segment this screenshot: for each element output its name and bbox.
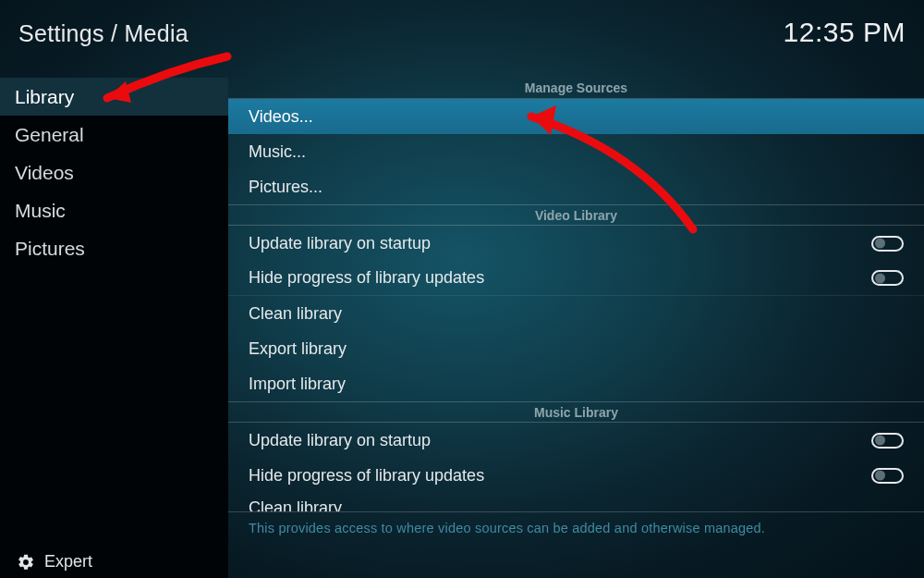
sidebar: Library General Videos Music Pictures Ex… <box>0 78 228 578</box>
header: Settings / Media 12:35 PM <box>0 0 924 78</box>
section-header-video-library: Video Library <box>228 204 924 226</box>
row-label: Update library on startup <box>249 234 871 253</box>
video-export-library[interactable]: Export library <box>228 331 924 366</box>
row-label: Export library <box>249 339 904 359</box>
sidebar-item-videos[interactable]: Videos <box>0 154 228 191</box>
row-label: Clean library <box>249 304 904 324</box>
sidebar-item-general[interactable]: General <box>0 116 228 154</box>
row-label: Clean library <box>249 498 904 511</box>
sidebar-item-pictures[interactable]: Pictures <box>0 229 228 267</box>
toggle-off-icon[interactable] <box>871 270 904 286</box>
content: Manage Sources Videos... Music... Pictur… <box>228 78 924 578</box>
row-label: Music... <box>249 142 904 162</box>
manage-sources-videos[interactable]: Videos... <box>228 99 924 134</box>
row-label: Hide progress of library updates <box>249 268 871 288</box>
row-label: Update library on startup <box>249 431 871 450</box>
section-header-manage-sources: Manage Sources <box>228 78 924 99</box>
row-label: Videos... <box>249 107 904 127</box>
section-header-music-library: Music Library <box>228 401 924 423</box>
toggle-off-icon[interactable] <box>871 433 904 449</box>
clock: 12:35 PM <box>784 17 906 48</box>
manage-sources-music[interactable]: Music... <box>228 134 924 169</box>
video-update-on-startup[interactable]: Update library on startup <box>228 226 924 261</box>
row-label: Hide progress of library updates <box>249 466 871 486</box>
footer-hint: This provides access to where video sour… <box>228 511 924 548</box>
sidebar-item-music[interactable]: Music <box>0 191 228 229</box>
toggle-off-icon[interactable] <box>871 468 904 484</box>
gear-icon <box>17 553 35 572</box>
row-label: Pictures... <box>249 178 904 197</box>
video-import-library[interactable]: Import library <box>228 366 924 401</box>
settings-level-button[interactable]: Expert <box>0 539 228 578</box>
manage-sources-pictures[interactable]: Pictures... <box>228 169 924 204</box>
toggle-off-icon[interactable] <box>871 236 904 252</box>
sidebar-item-label: Music <box>15 200 66 222</box>
settings-level-label: Expert <box>44 552 92 572</box>
video-clean-library[interactable]: Clean library <box>228 296 924 331</box>
sidebar-item-label: Videos <box>15 162 74 184</box>
music-clean-library[interactable]: Clean library <box>228 493 924 511</box>
sidebar-item-label: Library <box>15 86 74 108</box>
sidebar-item-label: General <box>15 124 84 146</box>
breadcrumb: Settings / Media <box>18 20 188 47</box>
music-update-on-startup[interactable]: Update library on startup <box>228 423 924 458</box>
music-hide-progress[interactable]: Hide progress of library updates <box>228 458 924 493</box>
row-label: Import library <box>249 375 904 394</box>
video-hide-progress[interactable]: Hide progress of library updates <box>228 261 924 296</box>
sidebar-item-label: Pictures <box>15 238 85 260</box>
sidebar-item-library[interactable]: Library <box>0 78 228 116</box>
